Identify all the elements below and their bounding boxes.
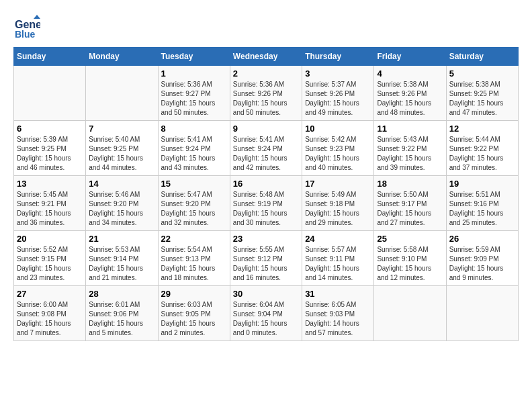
day-info: Sunrise: 5:51 AM Sunset: 9:16 PM Dayligh… (449, 190, 515, 228)
day-number: 11 (377, 124, 443, 134)
day-info: Sunrise: 6:03 AM Sunset: 9:05 PM Dayligh… (161, 300, 227, 338)
calendar-cell: 29Sunrise: 6:03 AM Sunset: 9:05 PM Dayli… (158, 286, 230, 341)
day-number: 4 (377, 68, 443, 79)
calendar-cell: 20Sunrise: 5:52 AM Sunset: 9:15 PM Dayli… (14, 231, 86, 286)
weekday-header: Friday (374, 48, 446, 66)
calendar-cell: 26Sunrise: 5:59 AM Sunset: 9:09 PM Dayli… (446, 231, 518, 286)
calendar-cell: 30Sunrise: 6:04 AM Sunset: 9:04 PM Dayli… (230, 286, 302, 341)
day-info: Sunrise: 5:52 AM Sunset: 9:15 PM Dayligh… (17, 245, 83, 283)
day-info: Sunrise: 6:05 AM Sunset: 9:03 PM Dayligh… (305, 300, 371, 338)
day-info: Sunrise: 5:43 AM Sunset: 9:22 PM Dayligh… (377, 135, 443, 173)
calendar-cell: 2Sunrise: 5:36 AM Sunset: 9:26 PM Daylig… (230, 66, 302, 121)
day-number: 23 (233, 234, 299, 244)
day-number: 12 (449, 124, 515, 134)
day-number: 20 (17, 234, 83, 244)
day-number: 10 (305, 124, 371, 134)
calendar-cell (14, 66, 86, 121)
calendar-cell: 7Sunrise: 5:40 AM Sunset: 9:25 PM Daylig… (86, 121, 158, 176)
calendar-header-row: SundayMondayTuesdayWednesdayThursdayFrid… (14, 48, 519, 66)
day-info: Sunrise: 5:55 AM Sunset: 9:12 PM Dayligh… (233, 245, 299, 283)
calendar-table: SundayMondayTuesdayWednesdayThursdayFrid… (13, 47, 519, 341)
calendar-week-row: 6Sunrise: 5:39 AM Sunset: 9:25 PM Daylig… (14, 121, 519, 176)
day-number: 27 (17, 289, 83, 299)
calendar-cell: 5Sunrise: 5:38 AM Sunset: 9:25 PM Daylig… (446, 66, 518, 121)
calendar-cell: 18Sunrise: 5:50 AM Sunset: 9:17 PM Dayli… (374, 176, 446, 231)
day-info: Sunrise: 5:38 AM Sunset: 9:26 PM Dayligh… (377, 80, 443, 118)
day-info: Sunrise: 5:39 AM Sunset: 9:25 PM Dayligh… (17, 135, 83, 173)
day-info: Sunrise: 5:40 AM Sunset: 9:25 PM Dayligh… (89, 135, 154, 173)
day-info: Sunrise: 5:41 AM Sunset: 9:24 PM Dayligh… (233, 135, 299, 173)
svg-marker-2 (34, 15, 40, 19)
calendar-cell: 22Sunrise: 5:54 AM Sunset: 9:13 PM Dayli… (158, 231, 230, 286)
calendar-cell: 31Sunrise: 6:05 AM Sunset: 9:03 PM Dayli… (302, 286, 374, 341)
calendar-cell (374, 286, 446, 341)
day-number: 1 (161, 68, 227, 79)
day-number: 22 (161, 234, 227, 244)
day-number: 30 (233, 289, 299, 299)
calendar-cell: 8Sunrise: 5:41 AM Sunset: 9:24 PM Daylig… (158, 121, 230, 176)
calendar-body: 1Sunrise: 5:36 AM Sunset: 9:27 PM Daylig… (14, 66, 519, 341)
calendar-cell: 15Sunrise: 5:47 AM Sunset: 9:20 PM Dayli… (158, 176, 230, 231)
day-number: 5 (449, 68, 515, 79)
weekday-header: Tuesday (158, 48, 230, 66)
calendar-cell: 16Sunrise: 5:48 AM Sunset: 9:19 PM Dayli… (230, 176, 302, 231)
day-info: Sunrise: 5:36 AM Sunset: 9:27 PM Dayligh… (161, 80, 227, 118)
calendar-cell: 3Sunrise: 5:37 AM Sunset: 9:26 PM Daylig… (302, 66, 374, 121)
day-number: 19 (449, 179, 515, 189)
calendar-cell (86, 66, 158, 121)
day-info: Sunrise: 5:58 AM Sunset: 9:10 PM Dayligh… (377, 245, 443, 283)
calendar-cell: 19Sunrise: 5:51 AM Sunset: 9:16 PM Dayli… (446, 176, 518, 231)
calendar-cell: 13Sunrise: 5:45 AM Sunset: 9:21 PM Dayli… (14, 176, 86, 231)
day-number: 13 (17, 179, 83, 189)
day-number: 7 (89, 124, 154, 134)
svg-text:Blue: Blue (15, 29, 36, 40)
calendar-cell (446, 286, 518, 341)
calendar-cell: 24Sunrise: 5:57 AM Sunset: 9:11 PM Dayli… (302, 231, 374, 286)
weekday-header: Wednesday (230, 48, 302, 66)
day-number: 9 (233, 124, 299, 134)
calendar-week-row: 13Sunrise: 5:45 AM Sunset: 9:21 PM Dayli… (14, 176, 519, 231)
day-info: Sunrise: 5:57 AM Sunset: 9:11 PM Dayligh… (305, 245, 371, 283)
day-number: 6 (17, 124, 83, 134)
day-number: 28 (89, 289, 154, 299)
day-number: 3 (305, 68, 371, 79)
day-info: Sunrise: 6:00 AM Sunset: 9:08 PM Dayligh… (17, 300, 83, 338)
calendar-week-row: 1Sunrise: 5:36 AM Sunset: 9:27 PM Daylig… (14, 66, 519, 121)
day-number: 8 (161, 124, 227, 134)
calendar-cell: 12Sunrise: 5:44 AM Sunset: 9:22 PM Dayli… (446, 121, 518, 176)
day-number: 15 (161, 179, 227, 189)
day-number: 14 (89, 179, 154, 189)
day-info: Sunrise: 5:37 AM Sunset: 9:26 PM Dayligh… (305, 80, 371, 118)
weekday-header: Sunday (14, 48, 86, 66)
day-info: Sunrise: 5:38 AM Sunset: 9:25 PM Dayligh… (449, 80, 515, 118)
day-number: 17 (305, 179, 371, 189)
day-info: Sunrise: 5:42 AM Sunset: 9:23 PM Dayligh… (305, 135, 371, 173)
day-number: 16 (233, 179, 299, 189)
calendar-cell: 21Sunrise: 5:53 AM Sunset: 9:14 PM Dayli… (86, 231, 158, 286)
day-info: Sunrise: 5:53 AM Sunset: 9:14 PM Dayligh… (89, 245, 154, 283)
day-info: Sunrise: 5:47 AM Sunset: 9:20 PM Dayligh… (161, 190, 227, 228)
day-info: Sunrise: 5:36 AM Sunset: 9:26 PM Dayligh… (233, 80, 299, 118)
day-number: 18 (377, 179, 443, 189)
day-number: 29 (161, 289, 227, 299)
day-number: 26 (449, 234, 515, 244)
calendar-cell: 27Sunrise: 6:00 AM Sunset: 9:08 PM Dayli… (14, 286, 86, 341)
day-info: Sunrise: 5:59 AM Sunset: 9:09 PM Dayligh… (449, 245, 515, 283)
calendar-week-row: 20Sunrise: 5:52 AM Sunset: 9:15 PM Dayli… (14, 231, 519, 286)
calendar-cell: 14Sunrise: 5:46 AM Sunset: 9:20 PM Dayli… (86, 176, 158, 231)
calendar-week-row: 27Sunrise: 6:00 AM Sunset: 9:08 PM Dayli… (14, 286, 519, 341)
weekday-header: Monday (86, 48, 158, 66)
page-header: General Blue (13, 13, 519, 40)
logo: General Blue (13, 13, 43, 40)
day-number: 2 (233, 68, 299, 79)
day-number: 24 (305, 234, 371, 244)
calendar-cell: 17Sunrise: 5:49 AM Sunset: 9:18 PM Dayli… (302, 176, 374, 231)
weekday-header: Saturday (446, 48, 518, 66)
day-info: Sunrise: 6:01 AM Sunset: 9:06 PM Dayligh… (89, 300, 154, 338)
day-info: Sunrise: 5:44 AM Sunset: 9:22 PM Dayligh… (449, 135, 515, 173)
calendar-cell: 28Sunrise: 6:01 AM Sunset: 9:06 PM Dayli… (86, 286, 158, 341)
day-info: Sunrise: 5:50 AM Sunset: 9:17 PM Dayligh… (377, 190, 443, 228)
day-info: Sunrise: 6:04 AM Sunset: 9:04 PM Dayligh… (233, 300, 299, 338)
day-info: Sunrise: 5:54 AM Sunset: 9:13 PM Dayligh… (161, 245, 227, 283)
day-info: Sunrise: 5:45 AM Sunset: 9:21 PM Dayligh… (17, 190, 83, 228)
